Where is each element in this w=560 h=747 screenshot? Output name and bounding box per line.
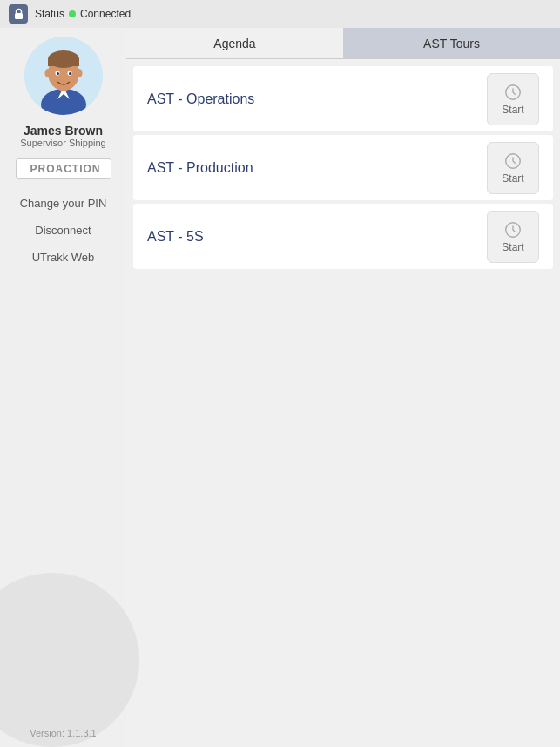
svg-point-12 xyxy=(57,72,59,75)
utrakk-web-link[interactable]: UTrakk Web xyxy=(32,251,95,264)
start-button-5s[interactable]: Start xyxy=(487,211,539,263)
status-value: Connected xyxy=(80,8,131,20)
header-bar: Status Connected xyxy=(0,0,560,28)
tour-item: AST - 5S Start xyxy=(133,204,553,269)
avatar xyxy=(24,37,103,115)
svg-point-13 xyxy=(69,72,71,75)
svg-rect-0 xyxy=(15,13,23,19)
proaction-label: PROACTION xyxy=(16,158,111,179)
sidebar-decoration xyxy=(0,573,139,747)
svg-rect-7 xyxy=(48,59,79,66)
disconnect-link[interactable]: Disconnect xyxy=(35,224,91,237)
tour-item: AST - Production Start xyxy=(133,135,553,200)
sidebar: James Brown Supervisor Shipping PROACTIO… xyxy=(0,28,126,747)
status-label: Status xyxy=(35,8,64,20)
svg-point-9 xyxy=(76,69,82,77)
start-label-production: Start xyxy=(502,172,523,185)
change-pin-link[interactable]: Change your PIN xyxy=(20,197,107,210)
tab-agenda[interactable]: Agenda xyxy=(126,28,343,59)
tour-name: AST - Production xyxy=(147,160,253,176)
tab-ast-tours[interactable]: AST Tours xyxy=(343,28,560,59)
content-area: Agenda AST Tours AST - Operations Start xyxy=(126,28,560,747)
tours-list: AST - Operations Start AST - Production xyxy=(126,59,560,747)
status-area: Status Connected xyxy=(35,8,131,20)
tour-name: AST - 5S xyxy=(147,229,204,245)
sidebar-links: Change your PIN Disconnect UTrakk Web xyxy=(0,197,126,264)
start-label-operations: Start xyxy=(502,104,523,116)
tabs: Agenda AST Tours xyxy=(126,28,560,59)
start-label-5s: Start xyxy=(502,241,523,253)
user-role: Supervisor Shipping xyxy=(20,138,105,148)
svg-point-8 xyxy=(44,69,51,77)
start-button-production[interactable]: Start xyxy=(487,142,539,194)
tour-name: AST - Operations xyxy=(147,91,254,107)
status-dot xyxy=(69,10,76,17)
version-text: Version: 1.1.3.1 xyxy=(30,728,96,738)
user-name: James Brown xyxy=(24,124,103,138)
start-button-operations[interactable]: Start xyxy=(487,73,539,125)
main-layout: James Brown Supervisor Shipping PROACTIO… xyxy=(0,28,560,747)
tour-item: AST - Operations Start xyxy=(133,66,553,131)
lock-icon xyxy=(9,4,28,24)
